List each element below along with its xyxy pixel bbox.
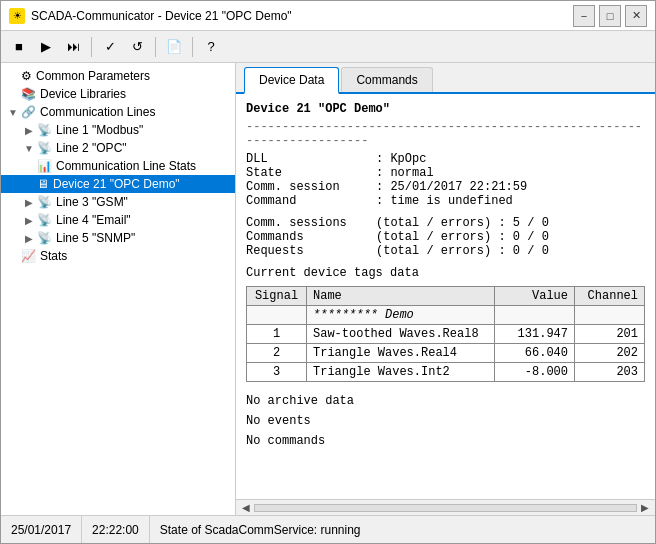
info-table: DLL : KpOpc State : normal Comm. session… bbox=[246, 152, 645, 208]
stats-val-sessions: (total / errors) : 5 / 0 bbox=[376, 216, 549, 230]
table-row: 1 Saw-toothed Waves.Real8 131.947 201 bbox=[247, 325, 645, 344]
main-content: ⚙ Common Parameters 📚 Device Libraries ▼… bbox=[1, 63, 655, 515]
device-libs-label: Device Libraries bbox=[40, 87, 126, 101]
toolbar-separator-3 bbox=[192, 37, 193, 57]
device21-label: Device 21 "OPC Demo" bbox=[53, 177, 180, 191]
demo-value bbox=[495, 306, 575, 325]
scroll-track[interactable] bbox=[254, 504, 637, 512]
line4-toggle[interactable]: ▶ bbox=[21, 215, 37, 226]
demo-channel bbox=[575, 306, 645, 325]
toolbar-refresh-button[interactable]: ↺ bbox=[125, 35, 149, 59]
row1-signal: 1 bbox=[247, 325, 307, 344]
sidebar-item-line1[interactable]: ▶ 📡 Line 1 "Modbus" bbox=[1, 121, 235, 139]
col-header-value: Value bbox=[495, 287, 575, 306]
info-row-command: Command : time is undefined bbox=[246, 194, 645, 208]
scroll-left-arrow[interactable]: ◀ bbox=[238, 502, 254, 513]
no-events-label: No events bbox=[246, 414, 645, 428]
tab-commands[interactable]: Commands bbox=[341, 67, 432, 92]
row1-name: Saw-toothed Waves.Real8 bbox=[307, 325, 495, 344]
row3-channel: 203 bbox=[575, 363, 645, 382]
line3-toggle[interactable]: ▶ bbox=[21, 197, 37, 208]
current-tags-title: Current device tags data bbox=[246, 266, 645, 280]
sidebar-item-comm-lines[interactable]: ▼ 🔗 Communication Lines bbox=[1, 103, 235, 121]
restore-button[interactable]: □ bbox=[599, 5, 621, 27]
comm-lines-icon: 🔗 bbox=[21, 105, 36, 119]
line3-icon: 📡 bbox=[37, 195, 52, 209]
line5-toggle[interactable]: ▶ bbox=[21, 233, 37, 244]
line2-label: Line 2 "OPC" bbox=[56, 141, 127, 155]
title-bar: ☀ SCADA-Communicator - Device 21 "OPC De… bbox=[1, 1, 655, 31]
info-val-comm-session: : 25/01/2017 22:21:59 bbox=[376, 180, 527, 194]
device21-icon: 🖥 bbox=[37, 177, 49, 191]
sidebar-item-common-params[interactable]: ⚙ Common Parameters bbox=[1, 67, 235, 85]
sidebar-item-line2[interactable]: ▼ 📡 Line 2 "OPC" bbox=[1, 139, 235, 157]
toolbar-check-button[interactable]: ✓ bbox=[98, 35, 122, 59]
sidebar-item-stats[interactable]: 📈 Stats bbox=[1, 247, 235, 265]
stats-val-requests: (total / errors) : 0 / 0 bbox=[376, 244, 549, 258]
info-key-command: Command bbox=[246, 194, 376, 208]
toolbar-separator-1 bbox=[91, 37, 92, 57]
stats-key-requests: Requests bbox=[246, 244, 376, 258]
app-icon: ☀ bbox=[9, 8, 25, 24]
line4-label: Line 4 "Email" bbox=[56, 213, 131, 227]
table-row: 2 Triangle Waves.Real4 66.040 202 bbox=[247, 344, 645, 363]
toolbar-help-button[interactable]: ? bbox=[199, 35, 223, 59]
sidebar-item-device-libs[interactable]: 📚 Device Libraries bbox=[1, 85, 235, 103]
row1-value: 131.947 bbox=[495, 325, 575, 344]
row3-signal: 3 bbox=[247, 363, 307, 382]
no-archive-label: No archive data bbox=[246, 394, 645, 408]
stats-icon: 📈 bbox=[21, 249, 36, 263]
stats-row-requests: Requests (total / errors) : 0 / 0 bbox=[246, 244, 645, 258]
table-header-row: Signal Name Value Channel bbox=[247, 287, 645, 306]
stats-section: Comm. sessions (total / errors) : 5 / 0 … bbox=[246, 216, 645, 258]
comm-stats-icon: 📊 bbox=[37, 159, 52, 173]
sidebar-item-line3[interactable]: ▶ 📡 Line 3 "GSM" bbox=[1, 193, 235, 211]
info-row-comm-session: Comm. session : 25/01/2017 22:21:59 bbox=[246, 180, 645, 194]
line5-label: Line 5 "SNMP" bbox=[56, 231, 135, 245]
tab-device-data[interactable]: Device Data bbox=[244, 67, 339, 94]
col-header-signal: Signal bbox=[247, 287, 307, 306]
row2-value: 66.040 bbox=[495, 344, 575, 363]
title-bar-left: ☀ SCADA-Communicator - Device 21 "OPC De… bbox=[9, 8, 292, 24]
scroll-right-arrow[interactable]: ▶ bbox=[637, 502, 653, 513]
sidebar-item-comm-line-stats[interactable]: 📊 Communication Line Stats bbox=[1, 157, 235, 175]
no-commands-label: No commands bbox=[246, 434, 645, 448]
horizontal-scrollbar[interactable]: ◀ ▶ bbox=[236, 499, 655, 515]
stats-row-sessions: Comm. sessions (total / errors) : 5 / 0 bbox=[246, 216, 645, 230]
sidebar-item-line4[interactable]: ▶ 📡 Line 4 "Email" bbox=[1, 211, 235, 229]
col-header-name: Name bbox=[307, 287, 495, 306]
row2-name: Triangle Waves.Real4 bbox=[307, 344, 495, 363]
window-title: SCADA-Communicator - Device 21 "OPC Demo… bbox=[31, 9, 292, 23]
row2-channel: 202 bbox=[575, 344, 645, 363]
toolbar-file-button[interactable]: 📄 bbox=[162, 35, 186, 59]
toolbar: ■ ▶ ⏭ ✓ ↺ 📄 ? bbox=[1, 31, 655, 63]
comm-lines-label: Communication Lines bbox=[40, 105, 155, 119]
toolbar-play-button[interactable]: ▶ bbox=[34, 35, 58, 59]
info-val-command: : time is undefined bbox=[376, 194, 513, 208]
line3-label: Line 3 "GSM" bbox=[56, 195, 128, 209]
info-row-dll: DLL : KpOpc bbox=[246, 152, 645, 166]
line5-icon: 📡 bbox=[37, 231, 52, 245]
stats-label: Stats bbox=[40, 249, 67, 263]
sidebar-item-line5[interactable]: ▶ 📡 Line 5 "SNMP" bbox=[1, 229, 235, 247]
demo-label: ********* Demo bbox=[307, 306, 495, 325]
row1-channel: 201 bbox=[575, 325, 645, 344]
status-time: 22:22:00 bbox=[82, 516, 150, 543]
device-tags-table: Signal Name Value Channel ********* Demo bbox=[246, 286, 645, 382]
tab-bar: Device Data Commands bbox=[236, 63, 655, 94]
minimize-button[interactable]: − bbox=[573, 5, 595, 27]
toolbar-stop-button[interactable]: ■ bbox=[7, 35, 31, 59]
line1-toggle[interactable]: ▶ bbox=[21, 125, 37, 136]
stats-key-commands: Commands bbox=[246, 230, 376, 244]
stats-row-commands: Commands (total / errors) : 0 / 0 bbox=[246, 230, 645, 244]
status-state: State of ScadaCommService: running bbox=[150, 516, 371, 543]
close-button[interactable]: ✕ bbox=[625, 5, 647, 27]
sidebar: ⚙ Common Parameters 📚 Device Libraries ▼… bbox=[1, 63, 236, 515]
toolbar-step-button[interactable]: ⏭ bbox=[61, 35, 85, 59]
common-params-icon: ⚙ bbox=[21, 69, 32, 83]
line2-toggle[interactable]: ▼ bbox=[21, 143, 37, 154]
comm-lines-toggle[interactable]: ▼ bbox=[5, 107, 21, 118]
sidebar-item-device21[interactable]: 🖥 Device 21 "OPC Demo" bbox=[1, 175, 235, 193]
col-header-channel: Channel bbox=[575, 287, 645, 306]
row3-value: -8.000 bbox=[495, 363, 575, 382]
